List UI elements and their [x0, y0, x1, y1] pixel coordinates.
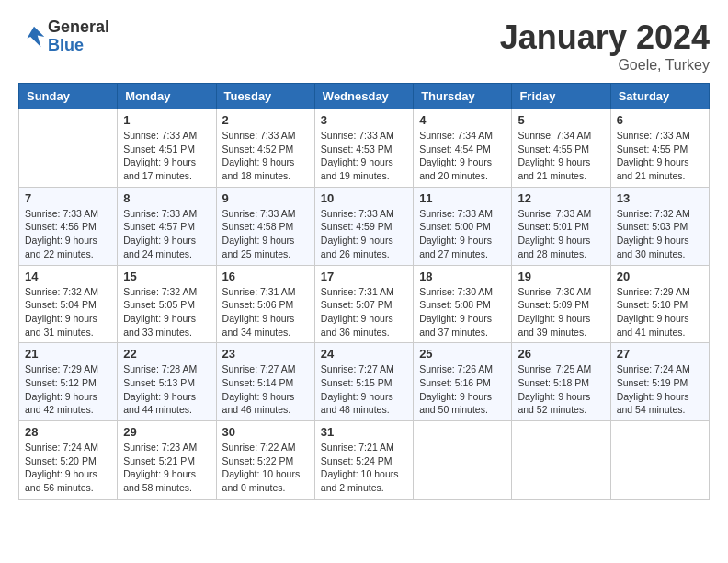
- header-day: Wednesday: [314, 84, 413, 109]
- day-number: 20: [617, 270, 703, 283]
- logo: General Blue: [18, 18, 109, 55]
- day-info: Sunrise: 7:33 AM Sunset: 4:52 PM Dayligh…: [222, 129, 309, 183]
- calendar-body: 1Sunrise: 7:33 AM Sunset: 4:51 PM Daylig…: [19, 109, 710, 500]
- calendar-cell: 17Sunrise: 7:31 AM Sunset: 5:07 PM Dayli…: [314, 265, 413, 343]
- day-number: 2: [222, 113, 309, 127]
- logo-general: General: [48, 18, 109, 37]
- day-info: Sunrise: 7:31 AM Sunset: 5:06 PM Dayligh…: [222, 285, 309, 339]
- title-section: January 2024 Goele, Turkey: [500, 18, 710, 74]
- day-number: 13: [617, 191, 703, 205]
- day-number: 4: [419, 113, 506, 127]
- day-number: 12: [518, 191, 604, 205]
- calendar-cell: 16Sunrise: 7:31 AM Sunset: 5:06 PM Dayli…: [216, 265, 314, 343]
- day-info: Sunrise: 7:33 AM Sunset: 5:00 PM Dayligh…: [419, 207, 506, 261]
- day-number: 27: [617, 347, 703, 361]
- logo-blue: Blue: [48, 37, 109, 55]
- calendar-cell: 22Sunrise: 7:28 AM Sunset: 5:13 PM Dayli…: [118, 343, 216, 421]
- day-number: 19: [518, 270, 604, 283]
- calendar-cell: 15Sunrise: 7:32 AM Sunset: 5:05 PM Dayli…: [118, 265, 216, 343]
- day-number: 28: [25, 425, 111, 439]
- day-info: Sunrise: 7:34 AM Sunset: 4:54 PM Dayligh…: [419, 129, 506, 183]
- day-info: Sunrise: 7:33 AM Sunset: 4:53 PM Dayligh…: [321, 129, 407, 183]
- day-number: 18: [419, 270, 506, 283]
- day-info: Sunrise: 7:33 AM Sunset: 5:01 PM Dayligh…: [518, 207, 604, 261]
- day-info: Sunrise: 7:30 AM Sunset: 5:08 PM Dayligh…: [419, 285, 506, 339]
- day-number: 24: [321, 347, 407, 361]
- calendar-week-row: 21Sunrise: 7:29 AM Sunset: 5:12 PM Dayli…: [19, 343, 710, 421]
- calendar-week-row: 7Sunrise: 7:33 AM Sunset: 4:56 PM Daylig…: [19, 187, 710, 265]
- calendar-week-row: 14Sunrise: 7:32 AM Sunset: 5:04 PM Dayli…: [19, 265, 710, 343]
- calendar-cell: 29Sunrise: 7:23 AM Sunset: 5:21 PM Dayli…: [118, 421, 216, 500]
- day-info: Sunrise: 7:32 AM Sunset: 5:04 PM Dayligh…: [25, 285, 111, 339]
- day-number: 22: [123, 347, 210, 361]
- calendar-week-row: 28Sunrise: 7:24 AM Sunset: 5:20 PM Dayli…: [19, 421, 710, 500]
- calendar-cell: 24Sunrise: 7:27 AM Sunset: 5:15 PM Dayli…: [314, 343, 413, 421]
- calendar-cell: 23Sunrise: 7:27 AM Sunset: 5:14 PM Dayli…: [216, 343, 314, 421]
- header-day: Sunday: [19, 84, 118, 109]
- header-day: Tuesday: [216, 84, 314, 109]
- calendar-cell: 18Sunrise: 7:30 AM Sunset: 5:08 PM Dayli…: [414, 265, 512, 343]
- day-info: Sunrise: 7:29 AM Sunset: 5:10 PM Dayligh…: [617, 285, 703, 339]
- calendar-cell: [19, 109, 118, 188]
- day-number: 10: [321, 191, 407, 205]
- calendar-cell: 14Sunrise: 7:32 AM Sunset: 5:04 PM Dayli…: [19, 265, 118, 343]
- page-header: General Blue January 2024 Goele, Turkey: [18, 18, 710, 74]
- day-info: Sunrise: 7:33 AM Sunset: 4:51 PM Dayligh…: [123, 129, 210, 183]
- day-number: 11: [419, 191, 506, 205]
- calendar-cell: 2Sunrise: 7:33 AM Sunset: 4:52 PM Daylig…: [216, 109, 314, 188]
- calendar-cell: 3Sunrise: 7:33 AM Sunset: 4:53 PM Daylig…: [314, 109, 413, 188]
- day-number: 16: [222, 270, 309, 283]
- day-info: Sunrise: 7:28 AM Sunset: 5:13 PM Dayligh…: [123, 362, 210, 417]
- day-info: Sunrise: 7:27 AM Sunset: 5:15 PM Dayligh…: [321, 362, 407, 417]
- day-info: Sunrise: 7:33 AM Sunset: 4:55 PM Dayligh…: [617, 129, 703, 183]
- day-number: 3: [321, 113, 407, 127]
- calendar-table: SundayMondayTuesdayWednesdayThursdayFrid…: [18, 83, 710, 500]
- header-day: Saturday: [610, 84, 709, 109]
- day-number: 5: [518, 113, 604, 127]
- calendar-header: SundayMondayTuesdayWednesdayThursdayFrid…: [19, 84, 710, 109]
- calendar-cell: 19Sunrise: 7:30 AM Sunset: 5:09 PM Dayli…: [512, 265, 610, 343]
- day-number: 23: [222, 347, 309, 361]
- location: Goele, Turkey: [500, 57, 710, 74]
- header-day: Monday: [118, 84, 216, 109]
- day-info: Sunrise: 7:27 AM Sunset: 5:14 PM Dayligh…: [222, 362, 309, 417]
- day-info: Sunrise: 7:32 AM Sunset: 5:03 PM Dayligh…: [617, 207, 703, 261]
- day-info: Sunrise: 7:21 AM Sunset: 5:24 PM Dayligh…: [321, 441, 407, 495]
- calendar-cell: 5Sunrise: 7:34 AM Sunset: 4:55 PM Daylig…: [512, 109, 610, 188]
- calendar-cell: [414, 421, 512, 500]
- day-number: 30: [222, 425, 309, 439]
- day-info: Sunrise: 7:22 AM Sunset: 5:22 PM Dayligh…: [222, 441, 309, 495]
- day-info: Sunrise: 7:24 AM Sunset: 5:19 PM Dayligh…: [617, 362, 703, 417]
- day-info: Sunrise: 7:31 AM Sunset: 5:07 PM Dayligh…: [321, 285, 407, 339]
- calendar-cell: 13Sunrise: 7:32 AM Sunset: 5:03 PM Dayli…: [610, 187, 709, 265]
- calendar-cell: [512, 421, 610, 500]
- day-info: Sunrise: 7:29 AM Sunset: 5:12 PM Dayligh…: [25, 362, 111, 417]
- calendar-cell: 11Sunrise: 7:33 AM Sunset: 5:00 PM Dayli…: [414, 187, 512, 265]
- day-number: 14: [25, 270, 111, 283]
- calendar-cell: 1Sunrise: 7:33 AM Sunset: 4:51 PM Daylig…: [118, 109, 216, 188]
- day-number: 8: [123, 191, 210, 205]
- calendar-cell: 30Sunrise: 7:22 AM Sunset: 5:22 PM Dayli…: [216, 421, 314, 500]
- header-day: Friday: [512, 84, 610, 109]
- day-info: Sunrise: 7:30 AM Sunset: 5:09 PM Dayligh…: [518, 285, 604, 339]
- day-number: 26: [518, 347, 604, 361]
- calendar-cell: 28Sunrise: 7:24 AM Sunset: 5:20 PM Dayli…: [19, 421, 118, 500]
- header-day: Thursday: [414, 84, 512, 109]
- day-number: 31: [321, 425, 407, 439]
- calendar-cell: 27Sunrise: 7:24 AM Sunset: 5:19 PM Dayli…: [610, 343, 709, 421]
- day-number: 6: [617, 113, 703, 127]
- day-info: Sunrise: 7:25 AM Sunset: 5:18 PM Dayligh…: [518, 362, 604, 417]
- day-info: Sunrise: 7:33 AM Sunset: 4:59 PM Dayligh…: [321, 207, 407, 261]
- day-info: Sunrise: 7:26 AM Sunset: 5:16 PM Dayligh…: [419, 362, 506, 417]
- day-info: Sunrise: 7:24 AM Sunset: 5:20 PM Dayligh…: [25, 441, 111, 495]
- month-title: January 2024: [500, 18, 710, 57]
- calendar-cell: 6Sunrise: 7:33 AM Sunset: 4:55 PM Daylig…: [610, 109, 709, 188]
- calendar-cell: 21Sunrise: 7:29 AM Sunset: 5:12 PM Dayli…: [19, 343, 118, 421]
- calendar-cell: [610, 421, 709, 500]
- svg-marker-0: [28, 27, 45, 48]
- day-info: Sunrise: 7:33 AM Sunset: 4:56 PM Dayligh…: [25, 207, 111, 261]
- calendar-cell: 31Sunrise: 7:21 AM Sunset: 5:24 PM Dayli…: [314, 421, 413, 500]
- calendar-week-row: 1Sunrise: 7:33 AM Sunset: 4:51 PM Daylig…: [19, 109, 710, 188]
- calendar-cell: 20Sunrise: 7:29 AM Sunset: 5:10 PM Dayli…: [610, 265, 709, 343]
- calendar-cell: 26Sunrise: 7:25 AM Sunset: 5:18 PM Dayli…: [512, 343, 610, 421]
